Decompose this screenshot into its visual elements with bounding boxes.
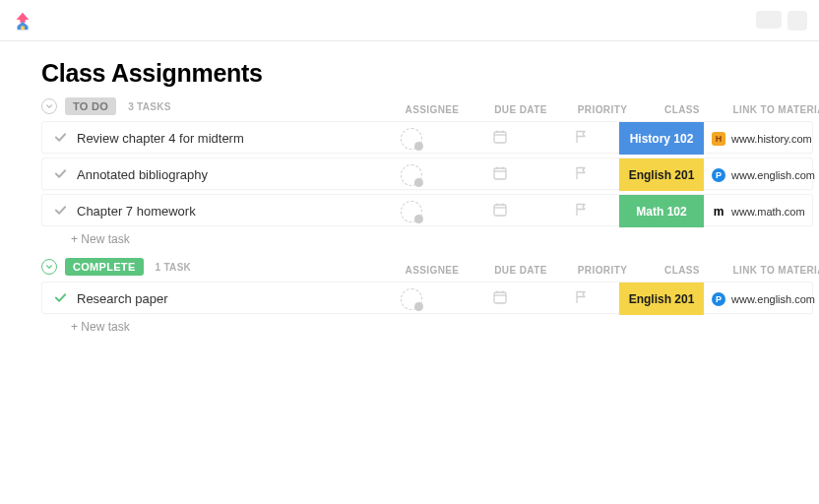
task-name[interactable]: Review chapter 4 for midterm	[77, 131, 244, 146]
link-text: www.math.com	[731, 206, 805, 218]
group-status-label[interactable]: COMPLETE	[65, 258, 144, 276]
group-task-count: 3 TASKS	[128, 101, 171, 112]
column-headers: COMPLETE1 TASKASSIGNEEDUE DATEPRIORITYCL…	[0, 258, 819, 282]
flag-icon	[574, 165, 590, 185]
task-row[interactable]: Research paperEnglish 201Pwww.english.co…	[41, 282, 813, 314]
flag-icon	[574, 289, 590, 309]
app-logo-icon	[12, 10, 33, 32]
task-name[interactable]: Chapter 7 homework	[77, 204, 196, 219]
column-headers: TO DO3 TASKSASSIGNEEDUE DATEPRIORITYCLAS…	[0, 97, 819, 121]
assignee-add-icon[interactable]	[401, 128, 422, 150]
link-cell[interactable]: mwww.math.com	[704, 205, 819, 219]
task-row[interactable]: Annotated bibliographyEnglish 201Pwww.en…	[41, 158, 813, 190]
link-text: www.english.com	[731, 293, 815, 305]
svg-rect-0	[494, 132, 506, 143]
calendar-icon	[492, 289, 508, 309]
assignee-cell[interactable]	[367, 128, 456, 150]
calendar-icon	[492, 202, 508, 221]
task-group: Research paperEnglish 201Pwww.english.co…	[0, 282, 819, 334]
assignee-cell[interactable]	[367, 201, 456, 222]
col-link: LINK TO MATERIALS	[724, 104, 819, 115]
check-icon[interactable]	[54, 131, 67, 147]
task-name-cell: Review chapter 4 for midterm	[42, 131, 367, 147]
group-toggle-icon[interactable]	[41, 98, 57, 114]
task-row[interactable]: Review chapter 4 for midtermHistory 102H…	[41, 121, 813, 154]
link-favicon-icon: P	[712, 168, 725, 182]
group-status-label[interactable]: TO DO	[65, 97, 116, 115]
page-title: Class Assignments	[0, 41, 819, 97]
flag-icon	[574, 129, 590, 149]
assignee-add-icon[interactable]	[401, 288, 422, 310]
link-favicon-icon: H	[712, 132, 725, 146]
assignee-cell[interactable]	[367, 164, 456, 186]
group-toggle-icon[interactable]	[41, 259, 57, 275]
header-button-1[interactable]	[756, 11, 782, 29]
new-task-button[interactable]: + New task	[71, 320, 819, 334]
priority-cell[interactable]	[544, 165, 619, 185]
col-assignee: ASSIGNEE	[388, 265, 476, 276]
col-class: CLASS	[640, 265, 724, 276]
class-badge[interactable]: Math 102	[619, 195, 704, 227]
new-task-button[interactable]: + New task	[71, 232, 819, 246]
group-task-count: 1 TASK	[156, 262, 192, 273]
class-badge[interactable]: English 201	[619, 158, 704, 191]
class-badge[interactable]: History 102	[619, 122, 704, 155]
due-date-cell[interactable]	[456, 129, 544, 149]
col-class: CLASS	[640, 104, 724, 115]
class-badge[interactable]: English 201	[619, 283, 704, 315]
check-icon[interactable]	[54, 167, 67, 183]
task-row[interactable]: Chapter 7 homeworkMath 102mwww.math.com	[41, 194, 813, 226]
task-group: Review chapter 4 for midtermHistory 102H…	[0, 121, 819, 246]
assignee-add-icon[interactable]	[401, 201, 422, 222]
link-favicon-icon: P	[712, 292, 725, 306]
task-name-cell: Chapter 7 homework	[42, 204, 367, 220]
link-cell[interactable]: Hwww.history.com	[704, 132, 819, 146]
due-date-cell[interactable]	[456, 289, 544, 309]
task-name[interactable]: Annotated bibliography	[77, 167, 208, 182]
link-text: www.history.com	[731, 133, 812, 145]
col-link: LINK TO MATERIALS	[724, 265, 819, 276]
task-name-cell: Annotated bibliography	[42, 167, 367, 183]
assignee-cell[interactable]	[367, 288, 456, 310]
col-due-date: DUE DATE	[476, 265, 565, 276]
col-priority: PRIORITY	[565, 265, 640, 276]
priority-cell[interactable]	[544, 129, 619, 149]
col-assignee: ASSIGNEE	[388, 104, 476, 115]
svg-rect-4	[494, 168, 506, 179]
link-cell[interactable]: Pwww.english.com	[704, 168, 819, 182]
header-actions	[756, 11, 807, 31]
link-favicon-icon: m	[712, 205, 725, 219]
task-name-cell: Research paper	[42, 291, 367, 307]
calendar-icon	[492, 129, 508, 149]
header-button-2[interactable]	[788, 11, 807, 31]
col-priority: PRIORITY	[565, 104, 640, 115]
assignee-add-icon[interactable]	[401, 164, 422, 186]
link-text: www.english.com	[731, 169, 815, 181]
col-due-date: DUE DATE	[476, 104, 565, 115]
app-header	[0, 0, 819, 41]
priority-cell[interactable]	[544, 289, 619, 309]
due-date-cell[interactable]	[456, 165, 544, 185]
calendar-icon	[492, 165, 508, 185]
check-icon[interactable]	[54, 291, 67, 307]
link-cell[interactable]: Pwww.english.com	[704, 292, 819, 306]
task-name[interactable]: Research paper	[77, 291, 168, 306]
due-date-cell[interactable]	[456, 202, 544, 221]
svg-rect-12	[494, 292, 506, 303]
priority-cell[interactable]	[544, 202, 619, 221]
check-icon[interactable]	[54, 204, 67, 220]
svg-rect-8	[494, 205, 506, 216]
flag-icon	[574, 202, 590, 221]
